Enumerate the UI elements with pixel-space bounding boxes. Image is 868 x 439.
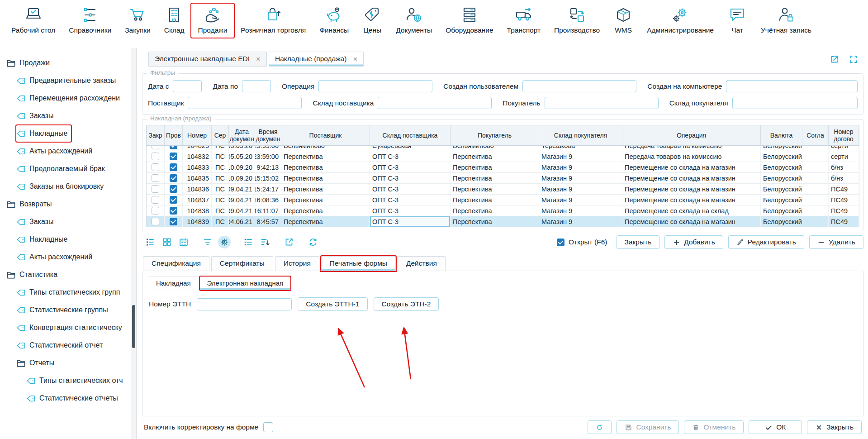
toolbar-item-production[interactable]: Производство bbox=[547, 4, 607, 38]
tab-close-icon[interactable]: × bbox=[256, 55, 261, 63]
filter-input-created-on-computer[interactable] bbox=[726, 80, 858, 92]
column-header-agreed[interactable]: Согла bbox=[802, 125, 829, 145]
cell-checked-checkbox[interactable] bbox=[165, 205, 183, 216]
table-row[interactable]: 104832ПС05.05.2023:59:00ПерспективаОПТ С… bbox=[147, 151, 859, 162]
refresh-button[interactable] bbox=[588, 420, 612, 434]
toolbar-item-purchases[interactable]: Закупки bbox=[118, 4, 157, 38]
bullet-list-icon[interactable] bbox=[242, 236, 255, 248]
cell-checked-checkbox[interactable] bbox=[165, 184, 183, 194]
sidebar-item-returns[interactable]: Возвраты bbox=[6, 196, 56, 212]
cell-closed-checkbox[interactable] bbox=[147, 146, 165, 151]
sidebar-item-statistics[interactable]: Статистика bbox=[6, 267, 61, 283]
column-header-checked[interactable]: Пров bbox=[165, 125, 183, 145]
column-header-contract-number[interactable]: Номер догово bbox=[829, 125, 859, 145]
detail-tab-print-forms[interactable]: Печатные формы bbox=[321, 256, 396, 271]
column-header-closed[interactable]: Закр bbox=[147, 125, 165, 145]
table-row[interactable]: 104833ПС10.09.209:42:13ПерспективаОПТ С-… bbox=[147, 162, 859, 173]
filter-icon[interactable] bbox=[201, 236, 214, 248]
filter-input-buyer-warehouse[interactable] bbox=[732, 97, 858, 109]
column-header-supplier[interactable]: Поставщик bbox=[281, 125, 370, 145]
toolbar-item-prices[interactable]: Цены bbox=[356, 4, 389, 38]
toolbar-item-catalogs[interactable]: Справочники bbox=[62, 4, 118, 38]
toolbar-item-account[interactable]: Учётная запись bbox=[754, 4, 818, 38]
sidebar-item-stat-groups[interactable]: Статистические группы bbox=[16, 302, 112, 318]
toolbar-item-finance[interactable]: Финансы bbox=[313, 4, 356, 38]
sidebar-item-stat-reports[interactable]: Статистические отчеты bbox=[26, 390, 122, 406]
sidebar-item-stat-report-types[interactable]: Типы статистических отч bbox=[26, 372, 127, 389]
view-grid-icon[interactable] bbox=[161, 236, 173, 248]
open-external-icon[interactable] bbox=[828, 53, 841, 66]
cancel-button[interactable]: Отменить bbox=[684, 420, 744, 434]
enable-correction-checkbox[interactable]: Включить корректировку на форме bbox=[144, 422, 273, 432]
column-header-buyer-warehouse[interactable]: Склад покупателя bbox=[539, 125, 622, 145]
table-row[interactable]: 104837ПС09.04.2116:08:36ПерспективаОПТ С… bbox=[147, 195, 859, 205]
cell-checked-checkbox[interactable] bbox=[165, 173, 183, 183]
toolbar-item-transport[interactable]: Транспорт bbox=[500, 4, 548, 38]
delete-button[interactable]: Удалить bbox=[809, 235, 863, 249]
sidebar-item-movement-discrepancies[interactable]: Перемещения расхождени bbox=[16, 90, 123, 106]
cell-checked-checkbox[interactable] bbox=[165, 151, 183, 162]
filter-input-buyer[interactable] bbox=[545, 97, 659, 109]
sync-icon[interactable] bbox=[307, 236, 319, 248]
close-button[interactable]: Закрыть bbox=[807, 420, 862, 434]
export-icon[interactable] bbox=[283, 236, 295, 248]
toolbar-item-retail[interactable]: Розничная торговля bbox=[234, 4, 313, 38]
cell-closed-checkbox[interactable] bbox=[147, 173, 165, 183]
filter-input-supplier-warehouse[interactable] bbox=[378, 97, 492, 109]
toolbar-item-documents[interactable]: Документы bbox=[389, 4, 439, 38]
ettn-number-input[interactable] bbox=[197, 298, 292, 310]
sidebar-item-stat-conversion[interactable]: Конвертация статистическу bbox=[16, 320, 126, 336]
detail-tab-certificates[interactable]: Сертификаты bbox=[211, 256, 273, 271]
calendar-icon[interactable] bbox=[177, 236, 190, 248]
filter-input-date-from[interactable] bbox=[173, 80, 202, 92]
filter-input-operation[interactable] bbox=[318, 80, 432, 92]
column-header-supplier-warehouse[interactable]: Склад поставщика bbox=[370, 125, 451, 145]
settings-icon[interactable] bbox=[218, 236, 231, 248]
ok-button[interactable]: ОК bbox=[749, 420, 802, 434]
toolbar-item-warehouse[interactable]: Склад bbox=[157, 4, 191, 38]
save-button[interactable]: Сохранить bbox=[617, 420, 679, 434]
document-tab-edi[interactable]: Электронные накладные EDI× bbox=[148, 52, 267, 67]
cell-closed-checkbox[interactable] bbox=[147, 151, 165, 162]
close-button[interactable]: Закрыть bbox=[617, 235, 660, 249]
table-row[interactable]: 104825ПС05.05.2023:59:00ВельяминовоСухар… bbox=[147, 146, 859, 151]
column-header-series[interactable]: Сер bbox=[212, 125, 229, 145]
column-header-number[interactable]: Номер bbox=[183, 125, 212, 145]
sidebar-item-invoices[interactable]: Накладные bbox=[16, 125, 71, 142]
sidebar-item-blocking-orders[interactable]: Заказы на блокировку bbox=[16, 178, 107, 195]
cell-checked-checkbox[interactable] bbox=[165, 216, 183, 227]
sidebar-item-preorders[interactable]: Предварительные заказы bbox=[16, 72, 119, 89]
fullscreen-icon[interactable] bbox=[847, 53, 860, 66]
sidebar-item-stat-report[interactable]: Статистический отчет bbox=[16, 337, 106, 353]
cell-closed-checkbox[interactable] bbox=[147, 195, 165, 205]
sidebar-item-sales[interactable]: Продажи bbox=[6, 55, 53, 71]
column-header-operation[interactable]: Операция bbox=[622, 125, 761, 145]
sub-tab-invoice[interactable]: Накладная bbox=[149, 277, 198, 290]
toolbar-item-desktop[interactable]: Рабочий стол bbox=[5, 4, 62, 38]
edit-button[interactable]: Редактировать bbox=[728, 235, 804, 249]
open-filter-checkbox[interactable]: Открыт (F6) bbox=[557, 238, 607, 246]
detail-tab-actions[interactable]: Действия bbox=[398, 256, 446, 271]
toolbar-item-equipment[interactable]: Оборудование bbox=[439, 4, 500, 38]
sidebar-item-stat-group-types[interactable]: Типы статистических групп bbox=[16, 284, 123, 301]
cell-closed-checkbox[interactable] bbox=[147, 205, 165, 216]
toolbar-item-wms[interactable]: WMS bbox=[607, 4, 640, 38]
toolbar-item-sales[interactable]: Продажи bbox=[191, 4, 234, 38]
column-header-doc-time[interactable]: Время докумен bbox=[255, 125, 281, 145]
sidebar-item-reports[interactable]: Отчеты bbox=[16, 355, 58, 371]
sub-tab-electronic-invoice[interactable]: Электронная накладная bbox=[200, 277, 291, 290]
create-ettn1-button[interactable]: Создать ЭТТН-1 bbox=[298, 297, 367, 311]
sidebar-scrollbar-thumb[interactable] bbox=[132, 305, 135, 348]
add-button[interactable]: Добавить bbox=[664, 235, 723, 249]
column-header-currency[interactable]: Валюта bbox=[761, 125, 802, 145]
cell-checked-checkbox[interactable] bbox=[165, 146, 183, 151]
filter-input-created-by-user[interactable] bbox=[522, 80, 636, 92]
filter-input-supplier[interactable] bbox=[188, 97, 302, 109]
cell-closed-checkbox[interactable] bbox=[147, 184, 165, 194]
column-header-buyer[interactable]: Покупатель bbox=[451, 125, 539, 145]
toolbar-item-administration[interactable]: Администрирование bbox=[640, 4, 721, 38]
sidebar-item-discrepancy-acts[interactable]: Акты расхождений bbox=[16, 143, 96, 159]
sidebar-scrollbar[interactable] bbox=[131, 48, 136, 439]
detail-tab-history[interactable]: История bbox=[275, 256, 319, 271]
sidebar-item-returns-discrepancy-acts[interactable]: Акты расхождений bbox=[16, 249, 96, 265]
